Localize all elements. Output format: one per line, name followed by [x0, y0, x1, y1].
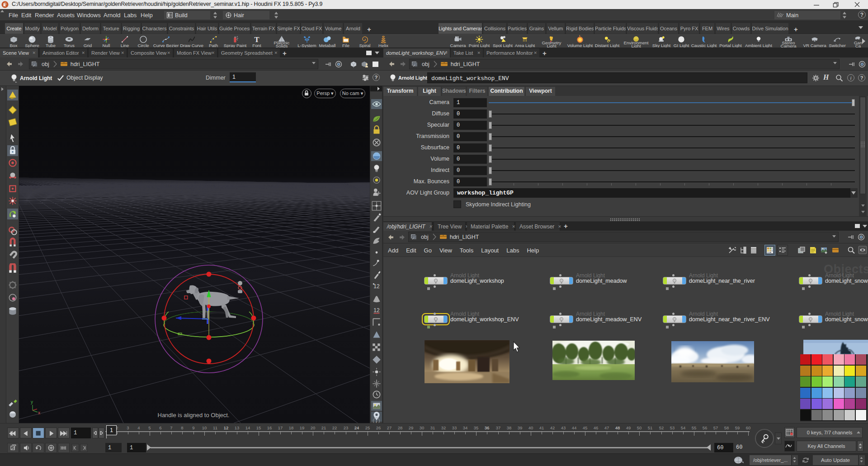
svg-text:12: 12 — [373, 307, 380, 314]
svg-text:12: 12 — [373, 283, 380, 290]
svg-text:T: T — [254, 35, 259, 44]
svg-text:Handle is aligned to Object.: Handle is aligned to Object. — [158, 412, 230, 418]
svg-text:y: y — [31, 399, 33, 404]
svg-text:x: x — [38, 410, 40, 415]
